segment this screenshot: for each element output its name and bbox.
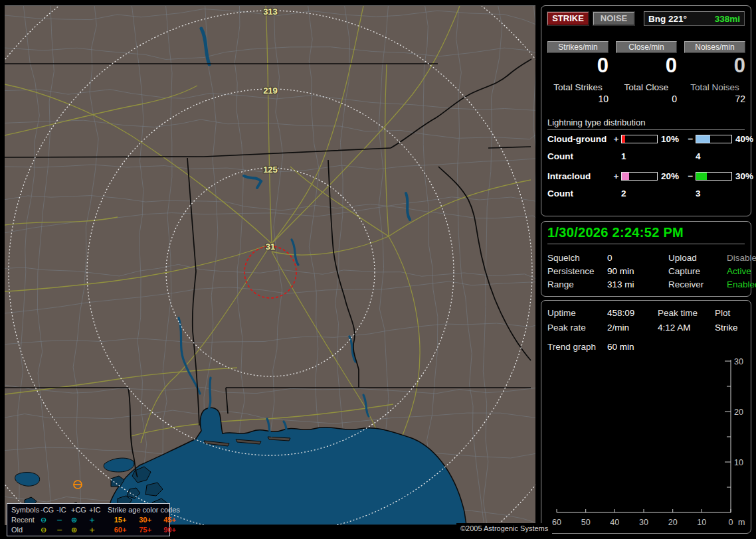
- intracloud-row: Intracloud + 20% − 30%: [547, 167, 745, 185]
- receiver-status: Enabled: [727, 278, 756, 291]
- squelch-value: 0: [607, 252, 668, 265]
- noises-per-min-column: Noises/min 0 Total Noises 72: [684, 41, 745, 104]
- status-panel: 1/30/2026 2:24:52 PM Squelch 0 Upload Di…: [541, 221, 751, 297]
- x-axis-unit: min: [738, 518, 745, 527]
- bearing-value: Bng 221°: [648, 14, 687, 24]
- cloud-ground-row: Cloud-ground + 10% − 40%: [547, 130, 745, 147]
- radar-map[interactable]: 313 219 125 31 Symbols -CG -IC +CG +IC S…: [5, 5, 535, 525]
- age-code-60: 60+: [108, 525, 133, 535]
- total-noises-label: Total Noises: [684, 82, 745, 92]
- cloud-ground-count-row: Count 1 4: [547, 147, 745, 165]
- bearing-indicator: Bng 221° 338mi: [644, 11, 745, 26]
- plus-sign: +: [611, 171, 621, 181]
- legend-header-minus-cg: -CG: [41, 505, 56, 515]
- strikes-per-min-value: 0: [547, 54, 609, 77]
- legend-header-age-codes: Strike age color codes: [104, 505, 182, 515]
- legend-header-plus-ic: +IC: [89, 505, 104, 515]
- legend-header-plus-cg: +CG: [71, 505, 89, 515]
- plus-ic-recent-icon: +: [89, 515, 104, 525]
- count-label: Count: [547, 151, 611, 161]
- app-window: { "map": { "ring_labels": ["313", "219",…: [0, 0, 756, 539]
- ic-minus-count: 3: [696, 189, 732, 198]
- cg-plus-count: 1: [621, 151, 658, 161]
- cg-minus-count: 4: [696, 151, 732, 161]
- upload-status: Disabled: [727, 252, 756, 265]
- symbol-legend: Symbols -CG -IC +CG +IC Strike age color…: [7, 503, 170, 536]
- receiver-label: Receiver: [668, 278, 727, 291]
- trend-graph-label: Trend graph: [547, 340, 607, 354]
- squelch-label: Squelch: [547, 252, 607, 265]
- ring-label-313: 313: [263, 7, 278, 17]
- intracloud-label: Intracloud: [547, 171, 611, 181]
- current-datetime: 1/30/2026 2:24:52 PM: [547, 225, 745, 244]
- ring-label-31: 31: [266, 242, 275, 252]
- noises-per-min-label: Noises/min: [684, 41, 745, 53]
- count-label: Count: [547, 189, 611, 198]
- age-code-15: 15+: [108, 515, 133, 525]
- total-strikes-value: 10: [547, 94, 609, 104]
- minus-sign: −: [686, 134, 696, 144]
- y-tick-10: 10: [734, 458, 743, 467]
- x-tick-40: 40: [610, 518, 619, 527]
- bearing-distance: 338mi: [715, 14, 740, 24]
- x-tick-60: 60: [552, 518, 561, 527]
- ic-plus-bar: [621, 172, 658, 181]
- uptime-value: 458:09: [607, 306, 658, 321]
- ic-plus-count: 2: [621, 189, 658, 198]
- range-value: 313 mi: [607, 278, 668, 291]
- y-tick-20: 20: [734, 408, 743, 417]
- strikes-per-min-label: Strikes/min: [547, 41, 609, 53]
- noise-toggle-button[interactable]: NOISE: [593, 12, 634, 25]
- capture-status: Active: [727, 265, 756, 278]
- total-strikes-label: Total Strikes: [547, 82, 609, 92]
- peak-time-label: Peak time: [658, 306, 715, 321]
- ring-label-125: 125: [263, 165, 278, 175]
- cg-plus-bar: [621, 135, 658, 143]
- age-code-75: 75+: [133, 525, 157, 535]
- x-tick-20: 20: [668, 518, 678, 527]
- trend-panel: Uptime 458:09 Peak time Plot Peak rate 2…: [541, 300, 751, 534]
- plus-ic-old-icon: +: [89, 525, 104, 535]
- legend-row-recent-label: Recent: [11, 515, 41, 525]
- x-tick-30: 30: [639, 518, 648, 527]
- close-per-min-column: Close/min 0 Total Close 0: [616, 41, 677, 104]
- x-tick-50: 50: [581, 518, 591, 527]
- close-per-min-value: 0: [616, 54, 677, 77]
- trend-window-value: 60 min: [607, 340, 745, 354]
- minus-cg-old-icon: ⊖: [41, 525, 56, 535]
- intracloud-count-row: Count 2 3: [547, 185, 745, 202]
- close-per-min-label: Close/min: [616, 41, 677, 53]
- capture-label: Capture: [668, 265, 727, 278]
- strike-toggle-button[interactable]: STRIKE: [547, 12, 589, 25]
- peak-time-value: 4:12 AM: [658, 321, 715, 335]
- legend-header-minus-ic: -IC: [56, 505, 71, 515]
- counters-panel: STRIKE NOISE Bng 221° 338mi Strikes/min …: [541, 5, 751, 216]
- minus-ic-old-icon: −: [56, 525, 71, 535]
- plot-label: Plot: [715, 306, 745, 321]
- peak-rate-label: Peak rate: [547, 321, 607, 335]
- legend-header-symbols: Symbols: [11, 505, 41, 515]
- age-code-30: 30+: [133, 515, 157, 525]
- total-noises-value: 72: [684, 94, 745, 104]
- trend-graph: 30 20 10 60 50 40 30 20 10 0 min: [547, 356, 745, 534]
- plus-cg-old-icon: ⊕: [71, 525, 89, 535]
- peak-rate-value: 2/min: [607, 321, 658, 335]
- uptime-label: Uptime: [547, 306, 607, 321]
- minus-ic-recent-icon: −: [56, 515, 71, 525]
- y-tick-30: 30: [734, 357, 743, 366]
- ic-minus-percent: 30%: [732, 171, 756, 181]
- map-svg: 313 219 125 31: [5, 6, 535, 525]
- plus-cg-recent-icon: ⊕: [71, 515, 89, 525]
- x-tick-10: 10: [697, 518, 706, 527]
- upload-label: Upload: [668, 252, 727, 265]
- cg-minus-bar: [696, 135, 732, 143]
- ic-minus-bar: [696, 172, 732, 181]
- age-code-45: 45+: [157, 515, 182, 525]
- persistence-value: 90 min: [607, 265, 668, 278]
- cloud-ground-label: Cloud-ground: [547, 134, 611, 144]
- cg-plus-percent: 10%: [658, 134, 686, 144]
- x-tick-0: 0: [729, 518, 733, 527]
- noises-per-min-value: 0: [684, 54, 745, 77]
- distribution-title: Lightning type distribution: [547, 117, 745, 130]
- legend-row-old-label: Old: [11, 525, 41, 535]
